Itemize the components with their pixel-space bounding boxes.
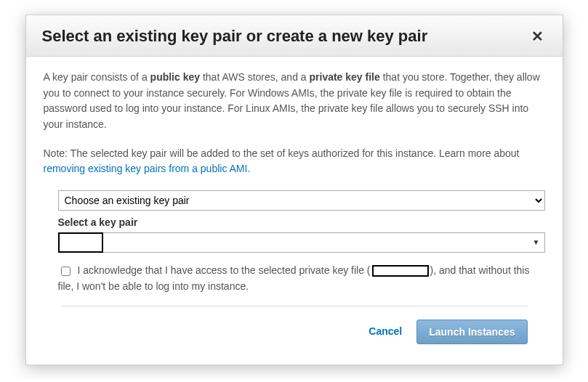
description-paragraph-1: A key pair consists of a public key that… bbox=[44, 70, 545, 133]
keypair-value-redacted bbox=[58, 232, 103, 253]
remove-keypairs-link[interactable]: removing existing key pairs from a publi… bbox=[44, 163, 248, 174]
description-paragraph-2: Note: The selected key pair will be adde… bbox=[44, 146, 545, 177]
dialog-body: A key pair consists of a public key that… bbox=[26, 57, 563, 365]
acknowledge-block: I acknowledge that I have access to the … bbox=[58, 263, 545, 294]
keypair-select[interactable]: ▼ bbox=[58, 232, 545, 253]
acknowledge-text-a: I acknowledge that I have access to the … bbox=[77, 264, 370, 276]
keypair-field-label: Select a key pair bbox=[58, 215, 545, 231]
keyfile-name-redacted bbox=[372, 265, 429, 277]
description-block: A key pair consists of a public key that… bbox=[44, 70, 545, 177]
chevron-down-icon: ▼ bbox=[533, 237, 540, 248]
dialog-header: Select an existing key pair or create a … bbox=[26, 15, 563, 57]
form-block: Choose an existing key pair Select a key… bbox=[58, 190, 545, 253]
keypair-mode-select[interactable]: Choose an existing key pair bbox=[58, 190, 545, 211]
bold-public-key: public key bbox=[150, 71, 200, 83]
dialog-title: Select an existing key pair or create a … bbox=[42, 27, 428, 46]
bold-private-key-file: private key file bbox=[310, 71, 380, 83]
keypair-select-body: ▼ bbox=[103, 232, 545, 253]
launch-instances-button[interactable]: Launch Instances bbox=[416, 320, 527, 344]
dialog-footer: Cancel Launch Instances bbox=[61, 306, 528, 360]
close-icon[interactable]: ✕ bbox=[528, 28, 547, 45]
cancel-button[interactable]: Cancel bbox=[368, 324, 402, 340]
keypair-dialog: Select an existing key pair or create a … bbox=[25, 15, 563, 365]
acknowledge-checkbox[interactable] bbox=[61, 267, 71, 276]
